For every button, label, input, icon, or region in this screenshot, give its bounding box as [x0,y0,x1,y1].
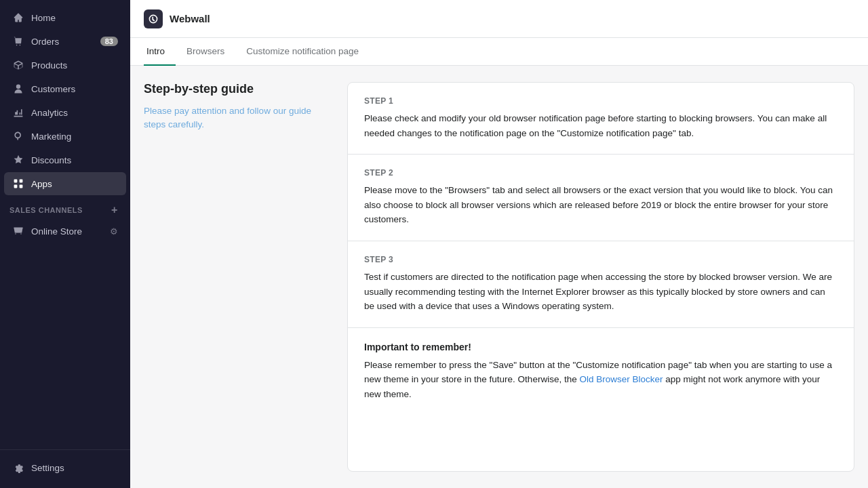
step-3-block: STEP 3 Test if customers are directed to… [348,241,854,328]
sidebar-item-discounts-label: Discounts [31,155,71,165]
sidebar-item-settings-label: Settings [31,463,64,473]
old-browser-blocker-link[interactable]: Old Browser Blocker [579,374,663,384]
add-sales-channel-button[interactable]: + [108,204,121,216]
home-icon [12,12,24,24]
sidebar-item-discounts[interactable]: Discounts [4,148,126,171]
topbar: Webwall [130,0,868,38]
important-title: Important to remember! [364,342,837,352]
sidebar-item-customers-label: Customers [31,84,75,94]
products-icon [12,59,24,71]
step-2-number: STEP 2 [364,168,837,178]
important-body: Please remember to press the "Save" butt… [364,358,837,402]
sidebar-item-marketing[interactable]: Marketing [4,125,126,148]
customers-icon [12,83,24,95]
sidebar-item-products-label: Products [31,60,67,70]
sidebar-item-apps[interactable]: Apps [4,172,126,195]
sidebar-item-apps-label: Apps [31,179,52,189]
sidebar-item-analytics-label: Analytics [31,108,68,118]
step-1-body: Please check and modify your old browser… [364,111,837,140]
svg-point-0 [16,45,18,46]
svg-rect-3 [20,180,23,183]
step-1-block: STEP 1 Please check and modify your old … [348,83,854,155]
sidebar-item-customers[interactable]: Customers [4,77,126,100]
sidebar-item-online-store-label: Online Store [31,226,82,237]
step-1-number: STEP 1 [364,96,837,106]
sidebar-item-settings[interactable]: Settings [4,456,126,479]
online-store-actions: ⚙ [110,226,118,237]
guide-panel: Step-by-step guide Please pay attention … [144,82,334,472]
step-3-number: STEP 3 [364,255,837,264]
svg-rect-4 [14,185,18,188]
sidebar-item-orders-label: Orders [31,37,59,47]
svg-rect-5 [20,185,23,188]
tabs-bar: Intro Browsers Customize notification pa… [130,38,868,66]
app-title: Webwall [170,13,210,24]
step-2-block: STEP 2 Please move to the "Browsers" tab… [348,155,854,241]
sidebar-bottom: Settings [0,449,130,488]
app-icon [144,9,163,28]
sidebar-item-products[interactable]: Products [4,54,126,77]
step-3-body: Test if customers are directed to the no… [364,270,837,314]
sidebar-item-home-label: Home [31,13,56,23]
main-content: Webwall Intro Browsers Customize notific… [130,0,868,488]
settings-icon [12,462,24,474]
tab-customize[interactable]: Customize notification page [235,38,370,66]
discounts-icon [12,154,24,166]
online-store-gear-icon[interactable]: ⚙ [110,226,118,237]
sidebar-item-online-store[interactable]: Online Store ⚙ [4,220,126,243]
step-2-body: Please move to the "Browsers" tab and se… [364,183,837,227]
marketing-icon [12,130,24,142]
sidebar-item-home[interactable]: Home [4,6,126,29]
orders-icon [12,35,24,47]
apps-icon [12,178,24,190]
content-area: Step-by-step guide Please pay attention … [130,66,868,488]
tab-intro[interactable]: Intro [144,38,176,66]
tab-browsers[interactable]: Browsers [176,38,235,66]
sidebar-nav: Home Orders 83 Products Customers [0,0,130,449]
svg-rect-2 [14,180,18,183]
sidebar-item-orders[interactable]: Orders 83 [4,30,126,53]
steps-panel: STEP 1 Please check and modify your old … [347,82,854,472]
sales-channels-header: Sales Channels + [0,196,130,219]
svg-point-1 [20,45,21,46]
important-block: Important to remember! Please remember t… [348,328,854,415]
analytics-icon [12,106,24,119]
guide-subtitle: Please pay attention and follow our guid… [144,104,334,132]
sidebar-item-marketing-label: Marketing [31,131,71,142]
online-store-icon [12,225,24,237]
sidebar-item-analytics[interactable]: Analytics [4,101,126,124]
orders-badge: 83 [100,37,118,46]
guide-title: Step-by-step guide [144,82,334,96]
sidebar: Home Orders 83 Products Customers [0,0,130,488]
